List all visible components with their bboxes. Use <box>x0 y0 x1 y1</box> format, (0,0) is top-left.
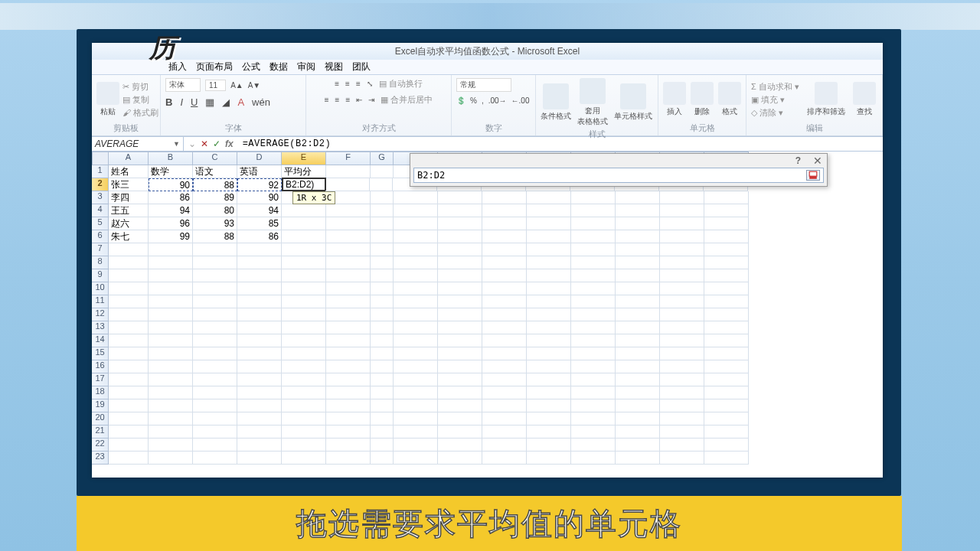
cell[interactable] <box>482 217 527 230</box>
cell[interactable] <box>282 334 326 347</box>
col-header[interactable]: F <box>326 152 371 165</box>
cell[interactable] <box>660 373 704 386</box>
cell[interactable] <box>282 360 326 373</box>
cell[interactable] <box>326 321 371 334</box>
cell[interactable] <box>371 399 394 412</box>
cell[interactable]: 94 <box>149 204 193 217</box>
col-header[interactable]: E <box>282 152 326 165</box>
cell[interactable]: 85 <box>237 217 282 230</box>
cell[interactable]: 平均分 <box>282 165 326 178</box>
cell[interactable] <box>660 347 704 360</box>
menu-view[interactable]: 视图 <box>325 60 343 73</box>
wrap-text-button[interactable]: ▤ 自动换行 <box>379 78 423 90</box>
cell[interactable] <box>149 412 193 425</box>
cell[interactable] <box>326 269 371 282</box>
function-arguments-dialog[interactable]: ? ✕ B2:D2 <box>410 153 828 187</box>
cell[interactable] <box>571 412 616 425</box>
cell[interactable] <box>660 334 704 347</box>
paste-icon[interactable] <box>96 82 119 105</box>
cell[interactable] <box>237 321 282 334</box>
inc-decimal-icon[interactable]: .00→ <box>488 96 507 105</box>
cell[interactable] <box>660 256 704 269</box>
cell[interactable] <box>282 230 326 243</box>
cell[interactable] <box>482 295 527 308</box>
cell[interactable] <box>616 386 660 399</box>
row-header[interactable]: 7 <box>92 243 109 256</box>
cell[interactable] <box>616 373 660 386</box>
cell[interactable] <box>482 308 527 321</box>
cell[interactable] <box>482 334 527 347</box>
cell[interactable] <box>109 321 149 334</box>
cell[interactable] <box>109 282 149 295</box>
cell[interactable] <box>527 412 571 425</box>
cell[interactable] <box>527 321 571 334</box>
font-size-select[interactable]: 11 <box>205 80 226 91</box>
font-color-button[interactable]: A <box>237 96 244 108</box>
cell[interactable] <box>660 191 704 204</box>
align-right-icon[interactable]: ≡ <box>345 96 350 104</box>
cell[interactable] <box>282 439 326 452</box>
cell[interactable] <box>660 360 704 373</box>
cell[interactable] <box>616 282 660 295</box>
cell[interactable] <box>438 269 482 282</box>
cell[interactable] <box>527 386 571 399</box>
shrink-font-icon[interactable]: A▼ <box>248 81 261 90</box>
cell[interactable] <box>704 334 749 347</box>
cell[interactable] <box>193 386 237 399</box>
cell[interactable] <box>571 334 616 347</box>
cell[interactable] <box>282 256 326 269</box>
cell[interactable] <box>371 373 394 386</box>
cell[interactable] <box>237 386 282 399</box>
cell[interactable] <box>193 243 237 256</box>
cell[interactable] <box>616 321 660 334</box>
cell[interactable] <box>482 399 527 412</box>
cell[interactable] <box>394 399 438 412</box>
cell[interactable] <box>371 334 394 347</box>
cell[interactable] <box>371 282 394 295</box>
cell[interactable] <box>704 373 749 386</box>
cell[interactable]: 英语 <box>237 165 282 178</box>
cell[interactable] <box>193 425 237 439</box>
cell[interactable] <box>109 295 149 308</box>
cell[interactable] <box>237 399 282 412</box>
cell[interactable] <box>326 165 371 178</box>
cell[interactable] <box>326 386 371 399</box>
cell[interactable] <box>237 256 282 269</box>
col-header[interactable]: B <box>149 152 193 165</box>
cell[interactable] <box>527 334 571 347</box>
cell[interactable] <box>527 282 571 295</box>
cell[interactable] <box>371 347 394 360</box>
format-painter-button[interactable]: 🖌 格式刷 <box>122 107 158 119</box>
cond-format-icon[interactable] <box>543 83 569 109</box>
cell[interactable] <box>394 295 438 308</box>
cell[interactable] <box>438 386 482 399</box>
cell[interactable] <box>527 347 571 360</box>
format-cell-icon[interactable] <box>718 82 741 105</box>
cell[interactable] <box>482 256 527 269</box>
delete-button[interactable]: 删除 <box>694 106 710 117</box>
row-header[interactable]: 23 <box>92 452 109 465</box>
cell[interactable] <box>527 452 571 465</box>
cell[interactable] <box>394 230 438 243</box>
cell[interactable]: 赵六 <box>109 217 149 230</box>
cell[interactable] <box>326 373 371 386</box>
cell[interactable] <box>282 243 326 256</box>
cell[interactable] <box>616 425 660 439</box>
name-box[interactable]: AVERAGE ▼ <box>92 137 184 151</box>
cell[interactable] <box>704 295 749 308</box>
cell[interactable] <box>371 217 394 230</box>
cell[interactable] <box>660 282 704 295</box>
align-center-icon[interactable]: ≡ <box>335 96 340 104</box>
cell[interactable] <box>394 452 438 465</box>
table-format-button[interactable]: 套用 表格格式 <box>577 106 608 127</box>
cell[interactable] <box>371 243 394 256</box>
align-bottom-icon[interactable]: ≡ <box>356 80 361 88</box>
cell[interactable] <box>193 295 237 308</box>
align-left-icon[interactable]: ≡ <box>325 96 329 104</box>
cell[interactable] <box>237 334 282 347</box>
cell[interactable] <box>571 256 616 269</box>
menu-page-layout[interactable]: 页面布局 <box>196 60 233 73</box>
cell[interactable] <box>704 439 749 452</box>
cell[interactable] <box>527 230 571 243</box>
cell[interactable] <box>371 165 394 178</box>
